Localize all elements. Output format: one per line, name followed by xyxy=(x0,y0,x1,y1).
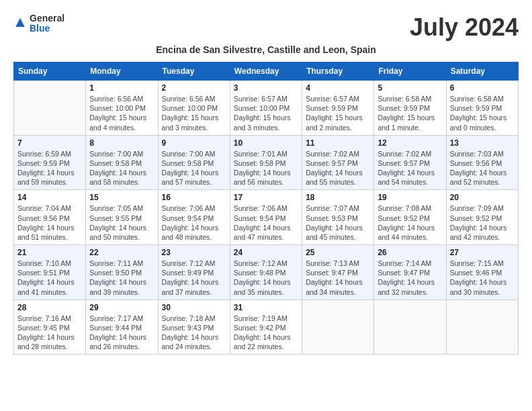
day-number: 14 xyxy=(17,193,82,202)
day-number: 12 xyxy=(378,138,442,148)
day-info: Sunrise: 6:56 AMSunset: 10:00 PMDaylight… xyxy=(162,94,226,132)
day-info: Sunrise: 6:57 AMSunset: 9:59 PMDaylight:… xyxy=(306,94,370,132)
day-number: 20 xyxy=(450,193,515,202)
calendar-cell: 20Sunrise: 7:09 AMSunset: 9:52 PMDayligh… xyxy=(446,190,518,245)
calendar-cell: 15Sunrise: 7:05 AMSunset: 9:55 PMDayligh… xyxy=(86,190,158,245)
day-info: Sunrise: 7:02 AMSunset: 9:57 PMDaylight:… xyxy=(306,149,370,187)
calendar-cell: 30Sunrise: 7:18 AMSunset: 9:43 PMDayligh… xyxy=(158,300,230,355)
day-number: 16 xyxy=(162,193,226,202)
day-number: 26 xyxy=(378,248,442,257)
calendar-cell: 1Sunrise: 6:56 AMSunset: 10:00 PMDayligh… xyxy=(86,81,158,136)
calendar-cell: 2Sunrise: 6:56 AMSunset: 10:00 PMDayligh… xyxy=(158,81,230,136)
calendar-cell: 31Sunrise: 7:19 AMSunset: 9:42 PMDayligh… xyxy=(230,300,302,355)
day-number: 4 xyxy=(306,83,370,93)
day-number: 5 xyxy=(378,83,442,93)
day-info: Sunrise: 6:59 AMSunset: 9:59 PMDaylight:… xyxy=(17,149,82,187)
calendar-cell: 13Sunrise: 7:03 AMSunset: 9:56 PMDayligh… xyxy=(446,135,518,190)
day-info: Sunrise: 7:06 AMSunset: 9:54 PMDaylight:… xyxy=(162,203,226,242)
day-number: 8 xyxy=(89,138,154,148)
page-header: General Blue July 2024 xyxy=(13,13,519,42)
column-header-sunday: Sunday xyxy=(14,62,86,81)
calendar-cell: 19Sunrise: 7:08 AMSunset: 9:52 PMDayligh… xyxy=(374,190,446,245)
day-info: Sunrise: 7:08 AMSunset: 9:52 PMDaylight:… xyxy=(378,203,442,242)
day-info: Sunrise: 6:57 AMSunset: 10:00 PMDaylight… xyxy=(234,94,298,132)
calendar-cell: 28Sunrise: 7:16 AMSunset: 9:45 PMDayligh… xyxy=(14,300,86,355)
calendar-cell: 9Sunrise: 7:00 AMSunset: 9:58 PMDaylight… xyxy=(158,135,230,190)
day-info: Sunrise: 6:56 AMSunset: 10:00 PMDaylight… xyxy=(89,94,154,132)
day-info: Sunrise: 7:12 AMSunset: 9:48 PMDaylight:… xyxy=(234,259,298,297)
column-header-friday: Friday xyxy=(374,62,446,81)
day-info: Sunrise: 7:02 AMSunset: 9:57 PMDaylight:… xyxy=(378,149,442,187)
column-header-saturday: Saturday xyxy=(446,62,518,81)
day-info: Sunrise: 7:17 AMSunset: 9:44 PMDaylight:… xyxy=(89,314,154,352)
day-info: Sunrise: 7:10 AMSunset: 9:51 PMDaylight:… xyxy=(17,259,82,297)
calendar-cell: 24Sunrise: 7:12 AMSunset: 9:48 PMDayligh… xyxy=(230,245,302,300)
day-number: 30 xyxy=(162,303,226,312)
day-number: 3 xyxy=(234,83,298,93)
calendar-cell: 6Sunrise: 6:58 AMSunset: 9:59 PMDaylight… xyxy=(446,81,518,136)
calendar-week-row: 28Sunrise: 7:16 AMSunset: 9:45 PMDayligh… xyxy=(14,300,519,355)
day-info: Sunrise: 7:19 AMSunset: 9:42 PMDaylight:… xyxy=(234,314,298,352)
column-header-tuesday: Tuesday xyxy=(158,62,230,81)
page-subtitle: Encina de San Silvestre, Castille and Le… xyxy=(13,44,519,55)
calendar-cell: 29Sunrise: 7:17 AMSunset: 9:44 PMDayligh… xyxy=(86,300,158,355)
svg-rect-1 xyxy=(18,25,23,27)
day-number: 2 xyxy=(162,83,226,93)
month-title: July 2024 xyxy=(410,13,519,42)
column-header-wednesday: Wednesday xyxy=(230,62,302,81)
calendar-cell: 17Sunrise: 7:06 AMSunset: 9:54 PMDayligh… xyxy=(230,190,302,245)
day-number: 6 xyxy=(450,83,515,93)
calendar-cell: 16Sunrise: 7:06 AMSunset: 9:54 PMDayligh… xyxy=(158,190,230,245)
day-number: 19 xyxy=(378,193,442,202)
logo-icon xyxy=(13,17,27,30)
calendar-cell: 22Sunrise: 7:11 AMSunset: 9:50 PMDayligh… xyxy=(86,245,158,300)
calendar-header-row: SundayMondayTuesdayWednesdayThursdayFrid… xyxy=(14,62,519,81)
logo-blue: Blue xyxy=(30,24,64,34)
calendar-cell: 27Sunrise: 7:15 AMSunset: 9:46 PMDayligh… xyxy=(446,245,518,300)
day-number: 28 xyxy=(17,303,82,312)
calendar-week-row: 7Sunrise: 6:59 AMSunset: 9:59 PMDaylight… xyxy=(14,135,519,190)
day-number: 17 xyxy=(234,193,298,202)
day-number: 21 xyxy=(17,248,82,257)
calendar-cell: 21Sunrise: 7:10 AMSunset: 9:51 PMDayligh… xyxy=(14,245,86,300)
calendar-week-row: 14Sunrise: 7:04 AMSunset: 9:56 PMDayligh… xyxy=(14,190,519,245)
day-number: 24 xyxy=(234,248,298,257)
calendar-cell: 3Sunrise: 6:57 AMSunset: 10:00 PMDayligh… xyxy=(230,81,302,136)
day-number: 31 xyxy=(234,303,298,312)
logo: General Blue xyxy=(13,13,64,34)
day-info: Sunrise: 7:11 AMSunset: 9:50 PMDaylight:… xyxy=(89,259,154,297)
day-info: Sunrise: 7:03 AMSunset: 9:56 PMDaylight:… xyxy=(450,149,515,187)
day-number: 15 xyxy=(89,193,154,202)
day-number: 7 xyxy=(17,138,82,148)
calendar-cell: 12Sunrise: 7:02 AMSunset: 9:57 PMDayligh… xyxy=(374,135,446,190)
day-number: 27 xyxy=(450,248,515,257)
column-header-thursday: Thursday xyxy=(302,62,374,81)
day-info: Sunrise: 7:07 AMSunset: 9:53 PMDaylight:… xyxy=(306,203,370,242)
calendar-cell xyxy=(374,300,446,355)
day-info: Sunrise: 7:15 AMSunset: 9:46 PMDaylight:… xyxy=(450,259,515,297)
calendar-cell: 10Sunrise: 7:01 AMSunset: 9:58 PMDayligh… xyxy=(230,135,302,190)
calendar-cell: 11Sunrise: 7:02 AMSunset: 9:57 PMDayligh… xyxy=(302,135,374,190)
day-info: Sunrise: 6:58 AMSunset: 9:59 PMDaylight:… xyxy=(450,94,515,132)
calendar-cell: 4Sunrise: 6:57 AMSunset: 9:59 PMDaylight… xyxy=(302,81,374,136)
calendar-cell: 8Sunrise: 7:00 AMSunset: 9:58 PMDaylight… xyxy=(86,135,158,190)
calendar-cell: 25Sunrise: 7:13 AMSunset: 9:47 PMDayligh… xyxy=(302,245,374,300)
day-info: Sunrise: 6:58 AMSunset: 9:59 PMDaylight:… xyxy=(378,94,442,132)
day-number: 10 xyxy=(234,138,298,148)
calendar-cell: 18Sunrise: 7:07 AMSunset: 9:53 PMDayligh… xyxy=(302,190,374,245)
logo-text: General Blue xyxy=(30,13,64,34)
calendar-cell: 26Sunrise: 7:14 AMSunset: 9:47 PMDayligh… xyxy=(374,245,446,300)
day-info: Sunrise: 7:01 AMSunset: 9:58 PMDaylight:… xyxy=(234,149,298,187)
day-number: 18 xyxy=(306,193,370,202)
day-info: Sunrise: 7:00 AMSunset: 9:58 PMDaylight:… xyxy=(162,149,226,187)
day-info: Sunrise: 7:14 AMSunset: 9:47 PMDaylight:… xyxy=(378,259,442,297)
logo-general: General xyxy=(30,13,64,24)
day-number: 13 xyxy=(450,138,515,148)
day-number: 1 xyxy=(89,83,154,93)
day-info: Sunrise: 7:13 AMSunset: 9:47 PMDaylight:… xyxy=(306,259,370,297)
calendar-cell: 5Sunrise: 6:58 AMSunset: 9:59 PMDaylight… xyxy=(374,81,446,136)
calendar-table: SundayMondayTuesdayWednesdayThursdayFrid… xyxy=(13,62,519,355)
calendar-cell: 7Sunrise: 6:59 AMSunset: 9:59 PMDaylight… xyxy=(14,135,86,190)
day-number: 29 xyxy=(89,303,154,312)
day-number: 23 xyxy=(162,248,226,257)
